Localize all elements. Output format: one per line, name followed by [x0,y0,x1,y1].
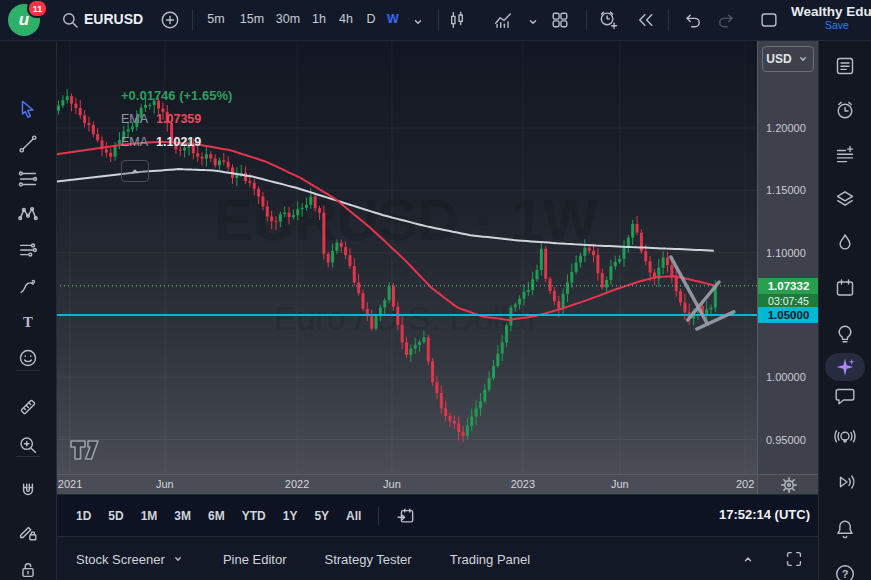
current-price-badge: 1.07332 03:07:45 [758,278,819,309]
panel-tab-label: Strategy Tester [324,552,411,567]
time-axis[interactable]: 2021Jun2022Jun2023Jun202 [56,474,757,495]
chevron-down-icon [796,52,810,66]
range-YTD-button[interactable]: YTD [242,509,266,523]
toolbar-separator [586,9,587,31]
tool-fib-retracement-icon[interactable] [13,164,43,194]
timeframe-15m[interactable]: 15m [240,12,264,26]
account-block: Wealthy Edu Save [791,4,871,31]
range-1D-button[interactable]: 1D [76,509,91,523]
range-5D-button[interactable]: 5D [108,509,123,523]
redo-icon[interactable] [714,8,738,32]
panel-collapse-chevron-up-icon[interactable] [734,545,762,573]
sidebar-watchlist-icon[interactable] [830,51,860,81]
tool-drawing-lock-icon[interactable] [13,517,43,547]
level-price-badge: 1.05000 [758,307,819,323]
tool-xabcd-pattern-icon[interactable] [13,199,43,229]
panel-fullscreen-icon[interactable] [780,545,808,573]
go-to-date-icon[interactable] [396,506,416,526]
sidebar-help-icon[interactable]: ? [830,559,860,580]
indicators-chevron-down-icon[interactable] [521,10,545,34]
range-6M-button[interactable]: 6M [208,509,225,523]
sidebar-object-tree-icon[interactable] [830,184,860,214]
panel-tab-trading-panel[interactable]: Trading Panel [450,552,530,567]
undo-icon[interactable] [681,8,705,32]
tool-text-icon[interactable]: T [13,307,43,337]
timeframe-chevron-down-icon[interactable] [406,10,430,34]
range-All-button[interactable]: All [346,509,361,523]
sidebar-notifications-icon[interactable] [830,514,860,544]
tool-brush-icon[interactable] [13,271,43,301]
panel-tab-stock-screener[interactable]: Stock Screener [76,552,185,567]
chevron-down-icon [171,552,185,566]
panel-tab-label: Trading Panel [450,552,530,567]
tool-ruler-icon[interactable] [13,392,43,422]
right-sidebar: ? [818,40,871,580]
account-name[interactable]: Wealthy Edu [791,4,871,19]
sidebar-ideas-icon[interactable] [830,319,860,349]
top-toolbar: u 11 EURUSD 5m15m30m1h4hDW Wealthy Edu S… [0,0,871,41]
sidebar-hotlists-icon[interactable] [830,228,860,258]
price-tick-label: 0.95000 [766,434,806,446]
date-range-group: 1D5D1M3M6MYTD1Y5YAll [76,495,416,537]
sidebar-ai-chat-icon[interactable] [825,353,865,381]
bar-replay-icon[interactable] [634,8,658,32]
indicator-label: EMA [121,112,148,126]
timeframe-5m[interactable]: 5m [207,12,224,26]
tool-lock-all-icon[interactable] [13,555,43,580]
platform-logo-watermark[interactable] [71,441,98,459]
range-1M-button[interactable]: 1M [141,509,158,523]
axis-settings-corner[interactable] [757,474,819,495]
drawing-toolbar: T [0,40,57,580]
alert-plus-icon[interactable] [596,8,620,32]
screenshot-box-icon[interactable] [757,8,781,32]
gear-icon[interactable] [778,474,800,496]
toolbar-separator [438,9,439,31]
search-icon[interactable] [58,8,82,32]
symbol-name[interactable]: EURUSD [84,11,143,27]
panel-tab-label: Pine Editor [223,552,287,567]
sidebar-calendar-icon[interactable] [830,273,860,303]
price-tick-label: 1.00000 [766,371,806,383]
tool-long-position-icon[interactable] [13,235,43,265]
time-tick-label: Jun [370,478,414,490]
time-tick-label: Jun [598,478,642,490]
save-button[interactable]: Save [791,19,871,31]
timeframe-D[interactable]: D [366,12,375,26]
legend-indicator-row[interactable]: EMA1.07359 [121,112,232,135]
timeframe-W[interactable]: W [387,12,399,26]
range-5Y-button[interactable]: 5Y [314,509,329,523]
currency-label: USD [766,52,791,66]
indicators-icon[interactable] [491,8,515,32]
sidebar-news-icon[interactable] [830,140,860,170]
timeframe-30m[interactable]: 30m [276,12,300,26]
price-tick-label: 1.15000 [766,184,806,196]
panel-tab-pine-editor[interactable]: Pine Editor [223,552,287,567]
legend-collapse-button[interactable] [121,160,149,182]
range-1Y-button[interactable]: 1Y [283,509,298,523]
range-3M-button[interactable]: 3M [174,509,191,523]
toolbar-separator [668,9,669,31]
grid-layout-icon[interactable] [548,8,572,32]
tool-emoji-icon[interactable] [13,343,43,373]
sidebar-minds-icon[interactable] [830,422,860,452]
chart-pane[interactable]: EURUSD · 1WEuro / U.S. Dollar +0.01746 (… [56,40,757,474]
timeframe-1h[interactable]: 1h [312,12,326,26]
time-tick-label: 2023 [501,478,545,490]
price-axis[interactable]: USD 1.200001.150001.100001.000000.95000 … [757,40,819,474]
sidebar-streams-icon[interactable] [830,467,860,497]
sidebar-alerts-icon[interactable] [830,95,860,125]
panel-tab-strategy-tester[interactable]: Strategy Tester [324,552,411,567]
compare-add-icon[interactable] [158,8,182,32]
tool-cursor-icon[interactable] [13,94,43,124]
clock-utc[interactable]: 17:52:14 (UTC) [719,507,810,522]
chart-style-candles-icon[interactable] [445,8,469,32]
sidebar-chat-icon[interactable] [830,381,860,411]
legend-indicator-row[interactable]: EMA1.10219 [121,135,232,158]
timeframe-4h[interactable]: 4h [339,12,353,26]
toolbar-separator [16,370,40,371]
currency-dropdown[interactable]: USD [762,46,814,72]
time-tick-label: 2022 [275,478,319,490]
bottom-panel: Stock ScreenerPine EditorStrategy Tester… [56,536,818,580]
tool-trend-line-icon[interactable] [13,129,43,159]
tool-magnet-icon[interactable] [13,476,43,506]
